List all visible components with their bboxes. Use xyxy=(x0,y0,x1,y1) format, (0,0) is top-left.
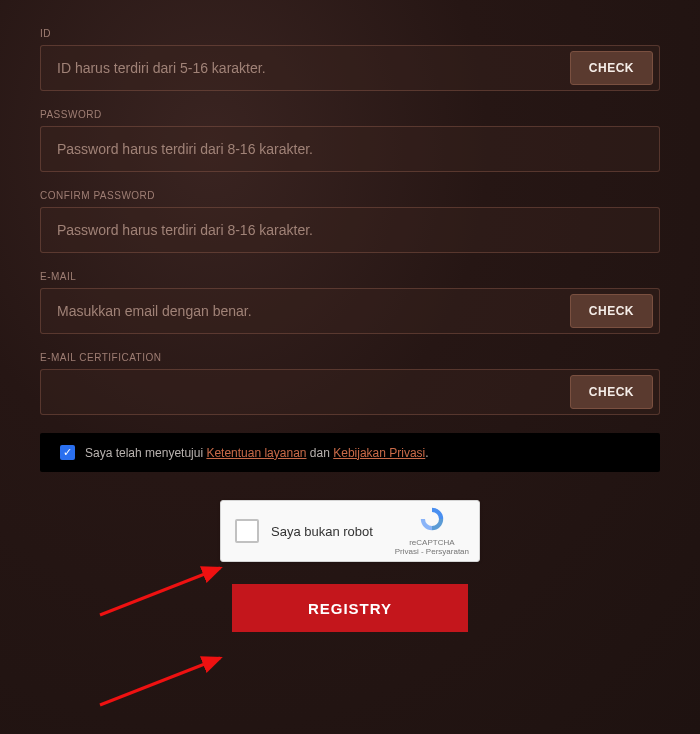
recaptcha-badge: reCAPTCHA Privasi - Persyaratan xyxy=(395,505,469,557)
terms-prefix: Saya telah menyetujui xyxy=(85,446,206,460)
id-label: ID xyxy=(40,28,660,39)
email-field-group: E-MAIL CHECK xyxy=(40,271,660,334)
password-input[interactable] xyxy=(57,127,653,171)
terms-suffix: . xyxy=(425,446,428,460)
email-cert-input[interactable] xyxy=(57,370,562,414)
annotation-arrow-icon xyxy=(95,650,235,710)
recaptcha-legal: Privasi - Persyaratan xyxy=(395,547,469,557)
recaptcha-widget: Saya bukan robot reCAPTCHA Privasi - Per… xyxy=(220,500,480,562)
confirm-password-input-row xyxy=(40,207,660,253)
recaptcha-brand: reCAPTCHA xyxy=(395,538,469,548)
password-field-group: PASSWORD xyxy=(40,109,660,172)
confirm-password-input[interactable] xyxy=(57,208,653,252)
recaptcha-label: Saya bukan robot xyxy=(271,524,383,539)
id-input[interactable] xyxy=(57,46,562,90)
terms-agreement-bar: ✓ Saya telah menyetujui Ketentuan layana… xyxy=(40,433,660,472)
terms-and: dan xyxy=(307,446,334,460)
registry-button[interactable]: REGISTRY xyxy=(232,584,468,632)
id-field-group: ID CHECK xyxy=(40,28,660,91)
email-cert-input-row: CHECK xyxy=(40,369,660,415)
captcha-area: Saya bukan robot reCAPTCHA Privasi - Per… xyxy=(220,500,480,562)
password-input-row xyxy=(40,126,660,172)
terms-link[interactable]: Ketentuan layanan xyxy=(206,446,306,460)
email-input-row: CHECK xyxy=(40,288,660,334)
recaptcha-checkbox[interactable] xyxy=(235,519,259,543)
svg-line-1 xyxy=(100,658,220,705)
email-cert-check-button[interactable]: CHECK xyxy=(570,375,653,409)
terms-checkbox[interactable]: ✓ xyxy=(60,445,75,460)
password-label: PASSWORD xyxy=(40,109,660,120)
privacy-link[interactable]: Kebijakan Privasi xyxy=(333,446,425,460)
confirm-password-field-group: CONFIRM PASSWORD xyxy=(40,190,660,253)
email-cert-field-group: E-MAIL CERTIFICATION CHECK xyxy=(40,352,660,415)
confirm-password-label: CONFIRM PASSWORD xyxy=(40,190,660,201)
id-check-button[interactable]: CHECK xyxy=(570,51,653,85)
terms-text: Saya telah menyetujui Ketentuan layanan … xyxy=(85,446,429,460)
registration-form: ID CHECK PASSWORD CONFIRM PASSWORD E-MAI… xyxy=(0,0,700,652)
email-check-button[interactable]: CHECK xyxy=(570,294,653,328)
email-input[interactable] xyxy=(57,289,562,333)
id-input-row: CHECK xyxy=(40,45,660,91)
email-cert-label: E-MAIL CERTIFICATION xyxy=(40,352,660,363)
recaptcha-icon xyxy=(418,505,446,533)
email-label: E-MAIL xyxy=(40,271,660,282)
